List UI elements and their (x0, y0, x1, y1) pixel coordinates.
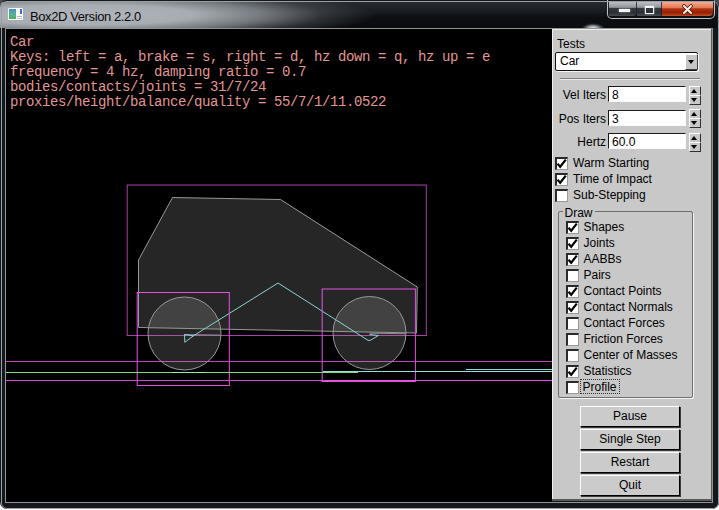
svg-text:frequency = 4 hz, damping rati: frequency = 4 hz, damping ratio = 0.7 (10, 64, 306, 80)
svg-text:bodies/contacts/joints = 31/7/: bodies/contacts/joints = 31/7/24 (10, 79, 266, 95)
svg-text:Car: Car (10, 34, 34, 50)
svg-text:proxies/height/balance/quality: proxies/height/balance/quality = 55/7/1/… (10, 94, 386, 110)
svg-text:Keys: left = a, brake = s, rig: Keys: left = a, brake = s, right = d, hz… (10, 49, 490, 65)
